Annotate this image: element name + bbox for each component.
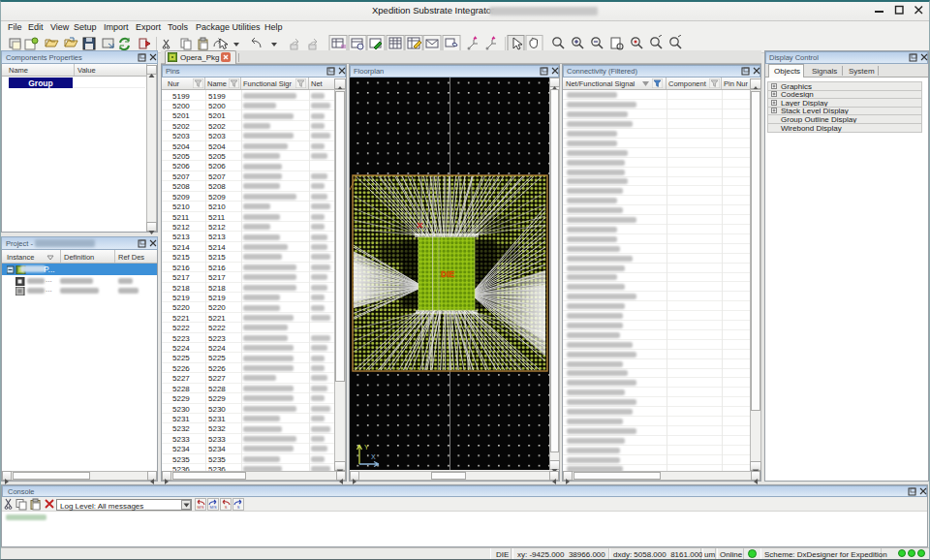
svg-text:Y: Y <box>364 444 369 451</box>
svg-text:X: X <box>371 453 376 460</box>
svg-text:DIE: DIE <box>441 269 455 279</box>
